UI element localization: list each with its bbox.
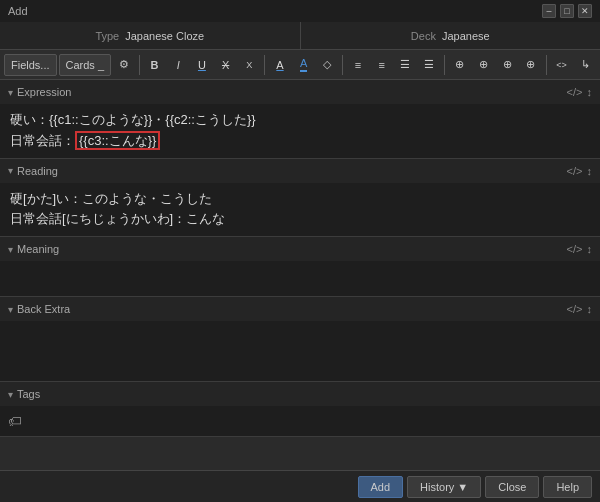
reading-field-content[interactable]: 硬[かた]い：このような・こうした 日常会話[にちじょうかいわ]：こんな [0, 183, 600, 237]
back-extra-collapse-arrow[interactable]: ▾ [8, 304, 13, 315]
indent-button[interactable]: ☰ [395, 54, 417, 76]
tag-button[interactable]: ↳ [574, 54, 596, 76]
reading-line-2: 日常会話[にちじょうかいわ]：こんな [10, 209, 590, 230]
toolbar-separator-1 [139, 55, 140, 75]
reading-section-title: Reading [17, 165, 58, 177]
expression-line-1: 硬い：{{c1::このような}}・{{c2::こうした}} [10, 110, 590, 131]
underline-button[interactable]: U [191, 54, 213, 76]
history-button[interactable]: History ▼ [407, 476, 481, 498]
erase-format-button[interactable]: ◇ [317, 54, 339, 76]
tags-section-title: Tags [17, 388, 40, 400]
bold-button[interactable]: B [144, 54, 166, 76]
toolbar: Fields... Cards _ ⚙ B I U X X A A ◇ ≡ ≡ … [0, 50, 600, 80]
expression-section: ▾ Expression </> ↕ 硬い：{{c1::このような}}・{{c2… [0, 80, 600, 159]
back-extra-section-title: Back Extra [17, 303, 70, 315]
strikethrough-button[interactable]: X [215, 54, 237, 76]
back-extra-section: ▾ Back Extra </> ↕ [0, 297, 600, 382]
meaning-section-title: Meaning [17, 243, 59, 255]
toolbar-separator-5 [546, 55, 547, 75]
expression-section-title: Expression [17, 86, 71, 98]
expression-line-2: 日常会話：{{c3::こんな}} [10, 131, 590, 152]
bottom-bar: Add History ▼ Close Help [0, 470, 600, 502]
tags-section-left: ▾ Tags [8, 388, 40, 400]
meaning-section-icons: </> ↕ [567, 243, 592, 255]
meaning-code-icon[interactable]: </> [567, 243, 583, 255]
ordered-list-button[interactable]: ≡ [371, 54, 393, 76]
back-extra-section-header[interactable]: ▾ Back Extra </> ↕ [0, 297, 600, 321]
deck-label: Deck [411, 30, 436, 42]
toolbar-separator-4 [444, 55, 445, 75]
reading-section-header[interactable]: ▾ Reading </> ↕ [0, 159, 600, 183]
tags-collapse-arrow[interactable]: ▾ [8, 389, 13, 400]
expression-code-icon[interactable]: </> [567, 86, 583, 98]
help-button[interactable]: Help [543, 476, 592, 498]
meaning-section-left: ▾ Meaning [8, 243, 59, 255]
meaning-section-header[interactable]: ▾ Meaning </> ↕ [0, 237, 600, 261]
meaning-field-content[interactable] [0, 261, 600, 296]
type-section[interactable]: Type Japanese Cloze [0, 22, 300, 49]
maximize-button[interactable]: □ [560, 4, 574, 18]
highlight-color-button[interactable]: A [293, 54, 315, 76]
italic-button[interactable]: I [167, 54, 189, 76]
attach-video-button[interactable]: ⊕ [520, 54, 542, 76]
cards-button[interactable]: Cards _ [59, 54, 112, 76]
back-extra-code-icon[interactable]: </> [567, 303, 583, 315]
expression-section-header[interactable]: ▾ Expression </> ↕ [0, 80, 600, 104]
reading-line-1: 硬[かた]い：このような・こうした [10, 189, 590, 210]
unordered-list-button[interactable]: ≡ [347, 54, 369, 76]
deck-section[interactable]: Deck Japanese [301, 22, 601, 49]
tags-content[interactable]: 🏷 [0, 406, 600, 436]
fields-button[interactable]: Fields... [4, 54, 57, 76]
html-button[interactable]: <> [551, 54, 573, 76]
expression-field-content[interactable]: 硬い：{{c1::このような}}・{{c2::こうした}} 日常会話：{{c3:… [0, 104, 600, 158]
expression-section-left: ▾ Expression [8, 86, 71, 98]
title-bar-text: Add [8, 5, 28, 17]
toolbar-separator-2 [264, 55, 265, 75]
title-bar: Add – □ ✕ [0, 0, 600, 22]
text-color-button[interactable]: A [269, 54, 291, 76]
outdent-button[interactable]: ☰ [418, 54, 440, 76]
type-value: Japanese Cloze [125, 30, 204, 42]
reading-section-left: ▾ Reading [8, 165, 58, 177]
record-button[interactable]: ⊕ [496, 54, 518, 76]
tag-icon: 🏷 [8, 413, 22, 429]
gear-icon[interactable]: ⚙ [113, 54, 135, 76]
expression-link-icon[interactable]: ↕ [587, 86, 593, 98]
main-content: ▾ Expression </> ↕ 硬い：{{c1::このような}}・{{c2… [0, 80, 600, 448]
expression-section-icons: </> ↕ [567, 86, 592, 98]
toolbar-separator-3 [342, 55, 343, 75]
superscript-button[interactable]: X [238, 54, 260, 76]
attach-image-button[interactable]: ⊕ [449, 54, 471, 76]
meaning-section: ▾ Meaning </> ↕ [0, 237, 600, 297]
title-bar-controls[interactable]: – □ ✕ [542, 4, 592, 18]
reading-collapse-arrow[interactable]: ▾ [8, 165, 13, 176]
type-deck-bar: Type Japanese Cloze Deck Japanese [0, 22, 600, 50]
tags-section-header[interactable]: ▾ Tags [0, 382, 600, 406]
reading-section: ▾ Reading </> ↕ 硬[かた]い：このような・こうした 日常会話[に… [0, 159, 600, 238]
back-extra-section-icons: </> ↕ [567, 303, 592, 315]
tags-section: ▾ Tags 🏷 [0, 382, 600, 437]
reading-section-icons: </> ↕ [567, 165, 592, 177]
deck-value: Japanese [442, 30, 490, 42]
meaning-collapse-arrow[interactable]: ▾ [8, 244, 13, 255]
back-extra-link-icon[interactable]: ↕ [587, 303, 593, 315]
back-extra-field-content[interactable] [0, 321, 600, 381]
attach-audio-button[interactable]: ⊕ [473, 54, 495, 76]
minimize-button[interactable]: – [542, 4, 556, 18]
type-label: Type [95, 30, 119, 42]
reading-code-icon[interactable]: </> [567, 165, 583, 177]
close-window-button[interactable]: ✕ [578, 4, 592, 18]
reading-link-icon[interactable]: ↕ [587, 165, 593, 177]
cloze-highlight: {{c3::こんな}} [75, 131, 160, 150]
add-button[interactable]: Add [358, 476, 404, 498]
expression-collapse-arrow[interactable]: ▾ [8, 87, 13, 98]
meaning-link-icon[interactable]: ↕ [587, 243, 593, 255]
back-extra-section-left: ▾ Back Extra [8, 303, 70, 315]
close-button[interactable]: Close [485, 476, 539, 498]
